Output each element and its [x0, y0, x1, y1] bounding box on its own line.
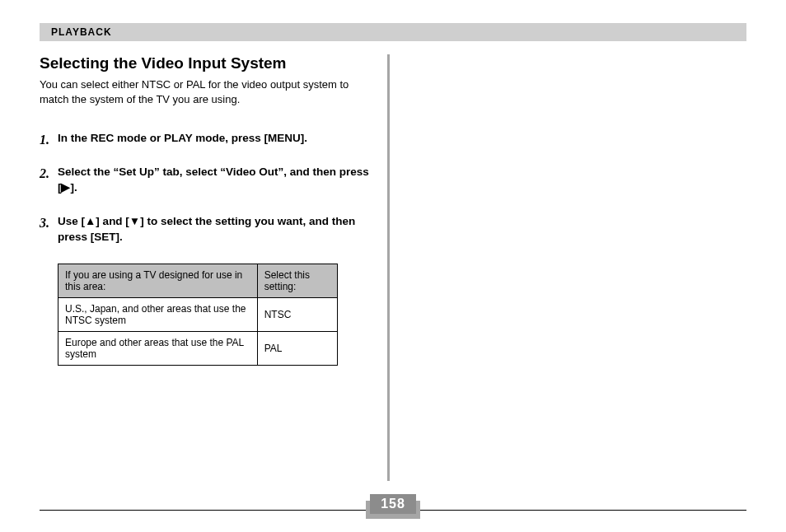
step-text: Select the “Set Up” tab, select “Video O… [58, 166, 369, 194]
left-column: Selecting the Video Input System You can… [40, 54, 372, 481]
step-item: In the REC mode or PLAY mode, press [MEN… [40, 131, 372, 147]
column-divider [387, 54, 390, 481]
step-item: Select the “Set Up” tab, select “Video O… [40, 165, 372, 196]
manual-page: PLAYBACK Selecting the Video Input Syste… [0, 0, 786, 532]
table-cell-setting: PAL [257, 331, 337, 365]
content-columns: Selecting the Video Input System You can… [40, 54, 746, 481]
page-number-badge: 158 [370, 494, 416, 514]
table-cell-area: U.S., Japan, and other areas that use th… [58, 297, 258, 331]
page-number: 158 [381, 497, 405, 511]
table-row: U.S., Japan, and other areas that use th… [58, 297, 338, 331]
step-text: Use [▲] and [▼] to select the setting yo… [58, 215, 355, 243]
table-header-row: If you are using a TV designed for use i… [58, 264, 338, 297]
table-cell-setting: NTSC [257, 297, 337, 331]
table-header-area: If you are using a TV designed for use i… [58, 264, 258, 297]
right-column [405, 54, 746, 481]
steps-list: In the REC mode or PLAY mode, press [MEN… [40, 131, 372, 245]
settings-table: If you are using a TV designed for use i… [58, 264, 338, 366]
step-text: In the REC mode or PLAY mode, press [MEN… [58, 132, 307, 144]
step-item: Use [▲] and [▼] to select the setting yo… [40, 214, 372, 245]
section-header-label: PLAYBACK [51, 26, 112, 38]
table-cell-area: Europe and other areas that use the PAL … [58, 331, 258, 365]
section-header: PLAYBACK [40, 23, 746, 41]
table-header-setting: Select this setting: [257, 264, 337, 297]
article-intro: You can select either NTSC or PAL for th… [40, 77, 372, 106]
table-row: Europe and other areas that use the PAL … [58, 331, 338, 365]
article-title: Selecting the Video Input System [40, 54, 372, 72]
